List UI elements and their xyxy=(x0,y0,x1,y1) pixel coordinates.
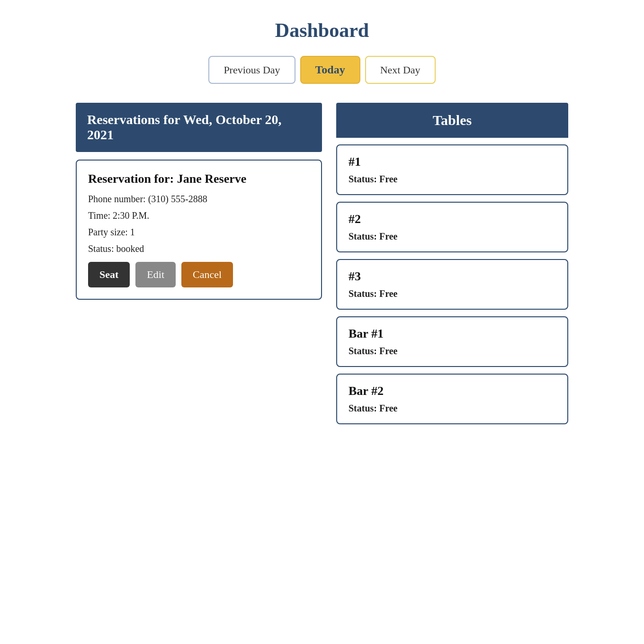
main-content: Reservations for Wed, October 20, 2021 R… xyxy=(66,103,578,424)
page-title: Dashboard xyxy=(66,0,578,56)
nav-buttons: Previous Day Today Next Day xyxy=(66,56,578,84)
table-status: Status: Free xyxy=(349,174,556,185)
reservation-party-size: Party size: 1 xyxy=(88,227,310,238)
reservation-status: Status: booked xyxy=(88,243,310,254)
table-number: #1 xyxy=(349,155,556,169)
table-status: Status: Free xyxy=(349,231,556,242)
table-status: Status: Free xyxy=(349,288,556,299)
table-number: Bar #1 xyxy=(349,327,556,341)
table-status: Status: Free xyxy=(349,403,556,414)
edit-button[interactable]: Edit xyxy=(135,262,176,287)
reservation-card: Reservation for: Jane Reserve Phone numb… xyxy=(76,160,322,300)
reservations-header: Reservations for Wed, October 20, 2021 xyxy=(76,103,322,152)
prev-day-button[interactable]: Previous Day xyxy=(208,56,295,84)
table-card: #1Status: Free xyxy=(336,144,568,195)
reservation-actions: Seat Edit Cancel xyxy=(88,262,310,287)
table-card: #3Status: Free xyxy=(336,259,568,310)
right-panel: Tables #1Status: Free#2Status: Free#3Sta… xyxy=(336,103,568,424)
tables-header: Tables xyxy=(336,103,568,138)
cancel-button[interactable]: Cancel xyxy=(181,262,233,287)
table-status: Status: Free xyxy=(349,346,556,357)
table-number: #2 xyxy=(349,212,556,226)
reservations-date-title: Reservations for Wed, October 20, 2021 xyxy=(87,112,311,143)
tables-title: Tables xyxy=(348,112,557,128)
left-panel: Reservations for Wed, October 20, 2021 R… xyxy=(76,103,322,424)
reservation-phone: Phone number: (310) 555-2888 xyxy=(88,194,310,205)
table-card: Bar #2Status: Free xyxy=(336,374,568,424)
reservation-name: Reservation for: Jane Reserve xyxy=(88,172,310,186)
table-card: #2Status: Free xyxy=(336,202,568,252)
table-number: #3 xyxy=(349,269,556,284)
table-number: Bar #2 xyxy=(349,384,556,398)
tables-list: #1Status: Free#2Status: Free#3Status: Fr… xyxy=(336,144,568,424)
today-button[interactable]: Today xyxy=(300,56,360,84)
table-card: Bar #1Status: Free xyxy=(336,316,568,367)
seat-button[interactable]: Seat xyxy=(88,262,130,287)
next-day-button[interactable]: Next Day xyxy=(365,56,436,84)
reservation-time: Time: 2:30 P.M. xyxy=(88,210,310,221)
